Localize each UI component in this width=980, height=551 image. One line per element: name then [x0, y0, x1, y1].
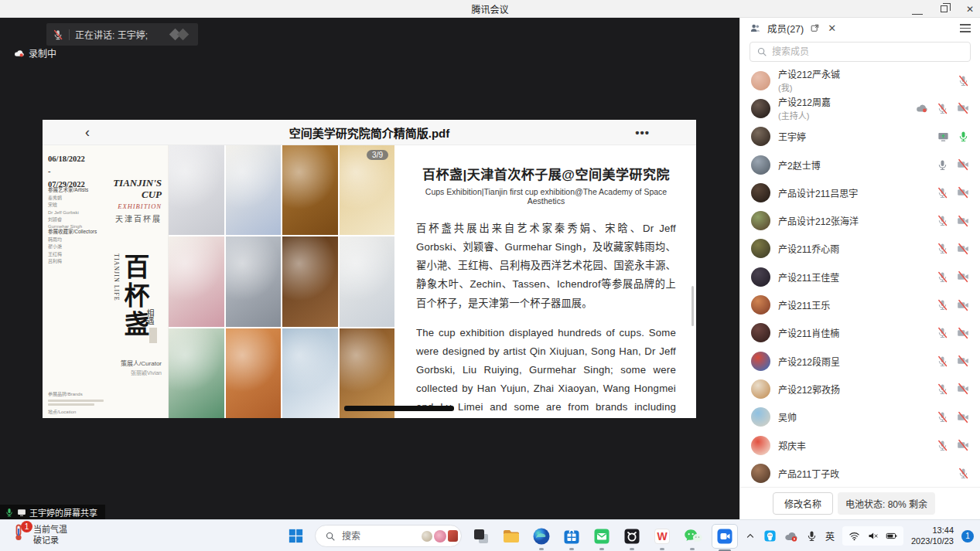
poster-name-line: 韩雨均	[48, 236, 110, 243]
ms-store-icon[interactable]	[561, 525, 582, 547]
members-panel: 成员(27) ✕ 产设212严永铖(我)产设212周嘉(主持人)王宇婷产2赵士博…	[739, 18, 980, 519]
poster-collectors-list: 参展收藏家/Collectors 韩雨均翟小滟王红梅吕利梅	[48, 227, 110, 265]
taskbar-search-input[interactable]	[342, 531, 404, 542]
windows-taskbar: 1 当前气温 破记录 W 英 13:44 2023/10/23 1	[0, 519, 980, 551]
screen-share-stage: 正在讲话: 王宇婷; 录制中 ‹ 空间美学研究院简介精简版.pdf ••• 06…	[0, 18, 739, 519]
member-row[interactable]: 郑庆丰	[740, 431, 980, 459]
poster-name-line: 王红梅	[48, 251, 110, 258]
rename-button[interactable]: 修改名称	[773, 492, 833, 515]
member-row[interactable]: 产2赵士博	[740, 151, 980, 179]
collage-photo-tile	[169, 236, 224, 326]
panel-menu-icon[interactable]	[960, 24, 971, 32]
member-row[interactable]: 产设211王乐	[740, 291, 980, 318]
member-name: 产设211王佳莹	[778, 270, 839, 284]
member-row[interactable]: 产设212严永铖(我)	[740, 66, 980, 94]
member-row[interactable]: 产设212段雨呈	[740, 347, 980, 375]
notification-count-badge[interactable]: 1	[961, 530, 974, 542]
wechat-icon[interactable]	[681, 525, 703, 547]
shared-phone-screen: ‹ 空间美学研究院简介精简版.pdf ••• 06/18/2022 - 07/2…	[43, 120, 696, 418]
clock-date: 2023/10/23	[911, 536, 954, 547]
mail-app-icon[interactable]	[591, 525, 613, 547]
close-panel-icon[interactable]: ✕	[828, 22, 836, 34]
tray-microphone-icon[interactable]	[806, 530, 818, 542]
poster-title-cn: 天津百杯展	[113, 213, 162, 224]
poster-name-line: 吕利梅	[48, 258, 110, 265]
mic-muted-icon	[958, 75, 969, 87]
avatar	[751, 183, 770, 202]
collage-photo-tile	[169, 145, 224, 235]
camera-off-icon	[957, 411, 969, 423]
more-options-icon[interactable]: •••	[635, 126, 650, 139]
camera-off-icon	[957, 355, 969, 367]
member-search-input[interactable]	[772, 46, 964, 57]
member-row[interactable]: 产设211肖佳楠	[740, 319, 980, 347]
windows-start-icon[interactable]	[285, 525, 306, 547]
member-search-box[interactable]	[750, 42, 971, 62]
camera-off-icon	[957, 102, 969, 114]
avatar	[751, 267, 770, 287]
speaking-indicator: 正在讲话: 王宇婷;	[46, 23, 198, 46]
tencent-meeting-icon[interactable]	[712, 524, 738, 549]
mic-muted-icon	[937, 383, 948, 395]
member-row[interactable]: 产品设计211吕思宇	[740, 179, 980, 206]
wps-icon[interactable]: W	[651, 525, 673, 547]
camera-off-icon	[957, 327, 969, 339]
avatar	[751, 352, 770, 371]
clock[interactable]: 13:44 2023/10/23	[911, 525, 954, 547]
task-view-icon[interactable]	[470, 525, 492, 547]
member-name: 产2赵士博	[778, 158, 821, 172]
avatar	[751, 323, 770, 342]
weather-widget[interactable]: 1 当前气温 破记录	[9, 523, 67, 546]
ime-indicator[interactable]: 英	[825, 529, 835, 542]
member-row[interactable]: 产品设计212张海洋	[740, 206, 980, 234]
cloud-record-icon	[14, 48, 25, 59]
member-row[interactable]: 产品211丁子攺	[740, 459, 980, 487]
member-row[interactable]: 产设212周嘉(主持人)	[740, 94, 980, 122]
paragraph-chinese: 百杯盏共展出来自艺术家秦秀娟、宋晗、Dr Jeff Gorbski、刘颖睿、Gu…	[416, 219, 676, 313]
members-count-title: 成员(27)	[767, 21, 804, 36]
screen-share-banner-label: 王宇婷的屏幕共享	[29, 506, 97, 519]
avatar	[751, 407, 770, 427]
screen-share-banner[interactable]: 王宇婷的屏幕共享	[0, 505, 105, 519]
member-name: 产设212严永铖	[778, 67, 840, 80]
collage-photo-tile	[340, 328, 395, 418]
member-name: 王宇婷	[778, 130, 806, 143]
mic-idle-icon	[937, 159, 948, 171]
restore-button[interactable]	[941, 5, 948, 12]
member-name: 吴帅	[778, 410, 797, 423]
collage-photo-tile	[282, 328, 338, 418]
taskbar-search[interactable]	[315, 525, 462, 547]
network-volume-battery-group[interactable]	[842, 526, 903, 546]
member-name: 产设211乔心雨	[778, 242, 839, 255]
qq-tray-icon[interactable]	[763, 529, 777, 542]
search-icon	[325, 531, 336, 542]
member-row[interactable]: 吴帅	[740, 403, 980, 431]
poster-date-from: 06/18/2022	[48, 153, 85, 165]
cloud-sync-error-icon[interactable]	[784, 529, 798, 543]
speaking-label: 正在讲话:	[75, 30, 114, 41]
volume-muted-icon	[867, 530, 879, 542]
member-row[interactable]: 产设211王佳莹	[740, 263, 980, 291]
back-icon[interactable]: ‹	[85, 125, 90, 139]
screen-share-icon	[937, 131, 949, 142]
game-app-icon[interactable]	[621, 525, 643, 547]
close-button[interactable]: ✕	[965, 4, 975, 15]
edge-icon[interactable]	[531, 525, 552, 547]
member-name: 产设211肖佳楠	[778, 326, 839, 339]
member-row[interactable]: 产设211乔心雨	[740, 235, 980, 263]
avatar	[751, 295, 770, 315]
mic-muted-icon	[937, 243, 948, 254]
members-icon	[750, 22, 761, 34]
popout-panel-icon[interactable]	[810, 23, 820, 33]
minimize-button[interactable]	[912, 4, 923, 15]
search-decoration-icon	[422, 530, 458, 542]
file-explorer-icon[interactable]	[500, 525, 522, 547]
member-row[interactable]: 王宇婷	[740, 123, 980, 151]
member-row[interactable]: 产设212郭孜扬	[740, 375, 980, 403]
recording-indicator: 录制中	[14, 46, 56, 60]
tray-chevron-up-icon[interactable]	[745, 531, 756, 542]
poster-vertical-en: TIANJIN LIFE	[113, 253, 120, 301]
member-name: 产品211丁子攺	[778, 467, 839, 480]
collage-photo-tile	[282, 145, 338, 235]
scroll-indicator	[691, 286, 694, 326]
